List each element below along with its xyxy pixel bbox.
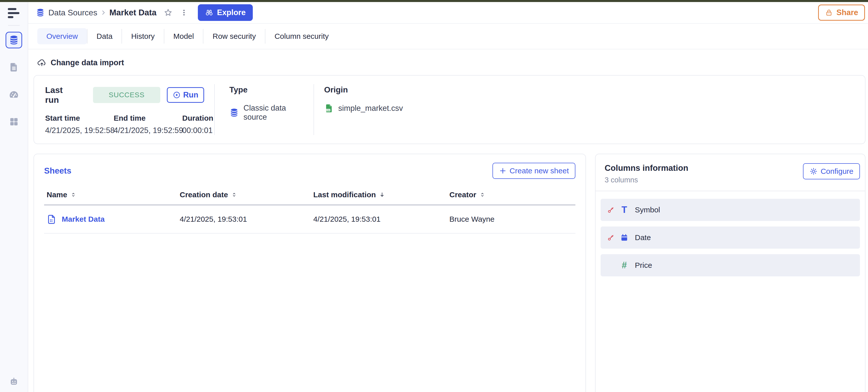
sheets-title: Sheets [44,166,71,175]
status-badge: SUCCESS [93,87,160,103]
binoculars-icon [205,8,214,17]
origin-section: Origin CSV simple_market.csv [314,84,865,135]
stat-duration: Duration 00:00:01 [182,114,213,135]
explore-label: Explore [217,8,246,17]
tab-row-security[interactable]: Row security [204,28,265,44]
share-label: Share [837,8,858,17]
sheet-name: Market Data [62,215,104,224]
sort-both-icon [479,192,486,198]
sidebar-item-apps[interactable] [5,113,22,130]
tab-bar: Overview Data History Model Row security… [28,24,868,50]
change-data-import-label: Change data import [51,58,124,67]
columns-information-panel: Columns information 3 columns C [595,154,866,392]
stat-value: 4/21/2025, 19:52:59 [114,126,182,135]
gauge-icon [8,89,19,100]
column-chip-price: # Price [600,254,860,276]
key-icon [607,234,616,241]
top-accent-bar [0,0,868,2]
column-name: Price [635,261,652,269]
gear-icon [809,167,817,175]
number-type-icon: # [619,261,629,270]
tab-column-security[interactable]: Column security [266,28,338,44]
origin-value: simple_market.csv [338,104,403,113]
run-label: Run [183,91,198,99]
tab-history[interactable]: History [122,28,163,44]
sheets-panel: Sheets Create new sheet Name [33,154,586,392]
stat-value: 4/21/2025, 19:52:58 [45,126,114,135]
last-run-title: Last run [45,85,76,105]
plus-icon [499,167,506,174]
kebab-icon [180,8,188,17]
column-chip-symbol: T Symbol [600,199,860,221]
columns-info-title: Columns information [604,163,688,173]
chevron-right-icon [100,9,107,16]
stat-label: Start time [45,114,114,123]
sidebar-item-assistant[interactable] [5,373,22,390]
header: Data Sources Market Data [28,2,868,24]
column-header-label: Creator [450,191,476,199]
breadcrumb-root: Data Sources [49,8,97,18]
column-header-label: Last modification [313,191,376,199]
run-button[interactable]: Run [167,87,204,103]
stat-value: 00:00:01 [182,126,213,135]
tab-overview[interactable]: Overview [37,28,87,44]
sheet-link[interactable]: Market Data [46,214,180,224]
date-type-icon [619,233,629,242]
text-type-icon: T [619,205,629,215]
tab-model[interactable]: Model [164,28,203,44]
table-row[interactable]: Market Data 4/21/2025, 19:53:01 4/21/202… [44,205,576,233]
sidebar-divider [8,25,20,26]
stat-start-time: Start time 4/21/2025, 19:52:58 [45,114,114,135]
cell-last-modification: 4/21/2025, 19:53:01 [313,215,450,224]
tab-data[interactable]: Data [88,28,122,44]
page-title: Market Data [110,8,156,18]
stat-label: Duration [182,114,213,123]
play-circle-icon [173,91,181,99]
column-header-name[interactable]: Name [46,191,180,199]
sidebar-item-data-sources[interactable] [5,32,22,48]
create-new-sheet-label: Create new sheet [509,166,569,175]
sort-both-icon [70,192,76,198]
stat-label: End time [114,114,182,123]
sidebar [0,2,28,392]
columns-count: 3 columns [604,176,688,184]
sort-desc-icon [379,192,385,198]
database-icon [8,35,19,45]
type-title: Type [229,85,304,95]
sidebar-item-documents[interactable] [5,59,22,75]
csv-badge-label: CSV [326,109,331,111]
configure-button[interactable]: Configure [803,163,860,179]
sheets-table: Name Creation date [44,191,576,233]
column-header-last-modification[interactable]: Last modification [313,191,450,199]
column-name: Date [635,233,651,242]
configure-label: Configure [820,167,854,175]
robot-icon [8,376,19,387]
columns-list: T Symbol [595,191,865,282]
lock-icon [825,8,833,17]
change-data-import-button[interactable]: Change data import [37,58,124,67]
explore-button[interactable]: Explore [198,4,253,21]
origin-title: Origin [324,85,855,95]
create-new-sheet-button[interactable]: Create new sheet [493,163,576,179]
column-header-label: Creation date [180,191,228,199]
sheet-icon [46,214,57,224]
column-header-creation-date[interactable]: Creation date [180,191,313,199]
menu-icon[interactable] [8,8,20,18]
database-icon [36,8,45,17]
column-header-creator[interactable]: Creator [450,191,576,199]
csv-file-icon: CSV [324,103,334,113]
favorite-button[interactable] [162,6,174,19]
breadcrumb[interactable]: Data Sources [36,8,97,18]
more-options-button[interactable] [179,6,189,19]
last-run-panel: Last run SUCCESS Run [33,75,866,144]
share-button[interactable]: Share [818,4,865,21]
key-icon [607,206,616,214]
content-area: Change data import Last run SUCCESS [28,50,868,392]
grid-icon [9,117,19,127]
column-header-label: Name [46,191,67,199]
column-name: Symbol [635,205,660,214]
sidebar-item-dashboards[interactable] [5,86,22,103]
type-section: Type Classic data source [215,84,313,135]
stat-end-time: End time 4/21/2025, 19:52:59 [114,114,182,135]
type-value: Classic data source [244,103,304,122]
